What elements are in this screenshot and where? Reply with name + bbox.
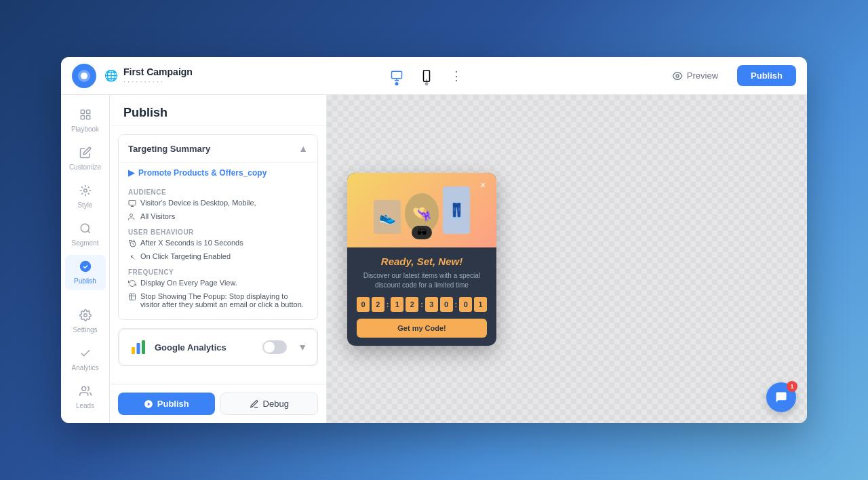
time-icon: [128, 239, 136, 249]
playbook-label: Playbook: [71, 125, 99, 133]
google-analytics-section: Google Analytics ▼: [119, 329, 317, 365]
footer-publish-button[interactable]: Publish: [118, 393, 215, 415]
targeting-summary-card: Targeting Summary ▲ ▶ Promote Products &…: [118, 134, 318, 320]
leads-icon: [79, 385, 92, 401]
svg-rect-2: [392, 71, 402, 79]
publish-label: Publish: [74, 277, 96, 285]
sidebar-item-analytics[interactable]: Analytics: [65, 342, 106, 377]
settings-label: Settings: [73, 326, 97, 334]
app-logo: [72, 64, 96, 88]
analytics-label: Analytics: [71, 364, 98, 372]
frequency-row-1: Display On Every Page View.: [128, 279, 308, 289]
user-behaviour-label: USER BEHAVIOUR: [128, 228, 308, 236]
app-window: 🌐 First Campaign · · · · · · · · · · ⋮: [61, 57, 807, 423]
arrow-icon: ▶: [128, 168, 134, 178]
frequency-row-2: Stop Showing The Popup: Stop displaying …: [128, 292, 308, 308]
chat-badge: 1: [787, 381, 797, 392]
audience-row-2: All Visitors: [128, 212, 308, 223]
svg-rect-9: [86, 116, 90, 119]
style-label: Style: [77, 201, 92, 209]
popup-card: × 👟 👒 👖 🕶: [347, 173, 496, 346]
targeting-summary-title: Targeting Summary: [128, 144, 210, 154]
behaviour-row-1: After X Seconds is 10 Seconds: [128, 239, 308, 249]
google-analytics-card: Google Analytics ▼: [118, 328, 318, 366]
svg-point-14: [81, 386, 85, 391]
svg-rect-7: [86, 110, 90, 113]
ga-toggle[interactable]: [262, 340, 287, 354]
preview-button[interactable]: Preview: [661, 65, 729, 87]
sidebar: Playbook Customize Style: [61, 95, 110, 423]
campaign-name-row: ▶ Promote Products & Offers_copy: [128, 163, 308, 183]
frequency-icon: [128, 279, 136, 289]
header-publish-button[interactable]: Publish: [737, 65, 796, 86]
sidebar-item-settings[interactable]: Settings: [65, 304, 106, 339]
sep-3: :: [455, 300, 458, 308]
sidebar-item-segment[interactable]: Segment: [65, 217, 106, 252]
visitors-icon: [128, 213, 136, 223]
svg-point-13: [83, 314, 87, 317]
popup-cta-button[interactable]: Get my Code!: [357, 319, 487, 338]
sidebar-item-style[interactable]: Style: [65, 179, 106, 214]
campaign-name: First Campaign: [123, 66, 193, 77]
svg-point-4: [427, 79, 428, 81]
customize-label: Customize: [69, 163, 101, 171]
targeting-summary-header[interactable]: Targeting Summary ▲: [119, 135, 317, 162]
svg-rect-21: [142, 340, 145, 354]
targeting-summary-chevron: ▲: [298, 143, 308, 154]
settings-icon: [79, 309, 92, 325]
mobile-view-button[interactable]: [416, 65, 437, 87]
sidebar-item-playbook[interactable]: Playbook: [65, 103, 106, 138]
sidebar-item-publish[interactable]: Publish: [65, 255, 106, 290]
sidebar-item-customize[interactable]: Customize: [65, 141, 106, 176]
publish-panel: Publish Targeting Summary ▲ ▶ Promote Pr…: [110, 95, 327, 423]
ga-title: Google Analytics: [155, 342, 226, 353]
svg-rect-15: [129, 201, 136, 205]
style-icon: [79, 184, 92, 200]
sidebar-item-leads[interactable]: Leads: [65, 380, 106, 415]
canvas-background: × 👟 👒 👖 🕶: [327, 95, 807, 423]
countdown-4: 3: [425, 297, 438, 312]
svg-rect-8: [81, 116, 84, 119]
popup-image-content: 👟 👒 👖 🕶: [368, 181, 475, 239]
panel-title: Publish: [110, 95, 326, 126]
ga-chevron: ▼: [298, 342, 307, 353]
customize-icon: [79, 146, 92, 162]
countdown-3: 2: [406, 297, 418, 312]
campaign-info: First Campaign · · · · · · · · · ·: [123, 66, 193, 85]
more-options-button[interactable]: ⋮: [446, 65, 467, 87]
ga-left: Google Analytics: [129, 338, 226, 357]
countdown-timer: 0 2 : 1 2 : 3 0 : 0 1: [357, 297, 487, 312]
playbook-icon: [79, 108, 92, 124]
desktop-view-button[interactable]: [386, 65, 408, 87]
frequency-label: FREQUENCY: [128, 268, 308, 276]
popup-description: Discover our latest items with a special…: [357, 271, 487, 290]
ga-icon: [129, 338, 148, 357]
analytics-icon: [79, 347, 92, 363]
popup-close-button[interactable]: ×: [476, 178, 490, 192]
svg-rect-20: [137, 343, 140, 354]
campaign-name: Promote Products & Offers_copy: [138, 168, 267, 178]
svg-point-11: [81, 224, 89, 232]
countdown-1: 2: [372, 297, 384, 312]
chat-bubble[interactable]: 1: [766, 382, 796, 412]
svg-point-5: [676, 75, 679, 77]
panel-footer: Publish Debug: [110, 384, 326, 423]
leads-label: Leads: [76, 402, 94, 409]
header: 🌐 First Campaign · · · · · · · · · · ⋮: [61, 57, 807, 95]
panel-content: Targeting Summary ▲ ▶ Promote Products &…: [110, 126, 326, 384]
publish-icon: [79, 260, 92, 276]
header-actions: Preview Publish: [661, 65, 796, 87]
stop-icon: [128, 293, 136, 303]
sep-1: :: [387, 300, 389, 308]
audience-row-1: Visitor's Device is Desktop, Mobile,: [128, 199, 308, 209]
svg-point-16: [130, 214, 133, 217]
svg-rect-19: [132, 347, 135, 354]
svg-rect-18: [130, 294, 136, 300]
audience-label: AUDIENCE: [128, 188, 308, 196]
behaviour-row-2: On Click Targeting Enabled: [128, 252, 308, 263]
device-icon: [128, 199, 136, 209]
svg-rect-6: [81, 110, 84, 113]
campaign-url: · · · · · · · · · ·: [123, 77, 193, 85]
footer-debug-button[interactable]: Debug: [220, 393, 319, 415]
targeting-summary-body: ▶ Promote Products & Offers_copy AUDIENC…: [119, 162, 317, 319]
